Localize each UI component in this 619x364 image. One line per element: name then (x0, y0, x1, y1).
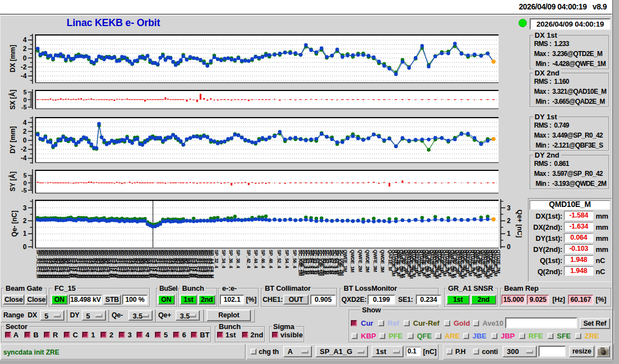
svg-text:-5: -5 (21, 187, 27, 194)
svg-text:0: 0 (507, 243, 511, 251)
svg-text:-4: -4 (21, 154, 27, 162)
svg-text:SP_52_4: SP_52_4 (276, 250, 282, 268)
svg-text:SP_34_4: SP_34_4 (221, 250, 227, 268)
svg-text:5: 5 (23, 172, 27, 179)
svg-text:QWFE_2M: QWFE_2M (358, 250, 363, 272)
svg-text:4: 4 (23, 119, 27, 127)
svg-text:2: 2 (507, 217, 511, 225)
svg-text:QWDE_1M: QWDE_1M (350, 250, 355, 272)
svg-text:SP_56_4: SP_56_4 (292, 250, 298, 268)
svg-text:DX [mm]: DX [mm] (9, 45, 17, 72)
svg-text:Qe+ [nC]: Qe+ [nC] (516, 210, 522, 237)
svg-text:3: 3 (23, 204, 27, 212)
svg-text:-2: -2 (21, 63, 27, 71)
svg-text:0: 0 (23, 54, 27, 62)
svg-text:QWDE_3M: QWDE_3M (380, 250, 385, 272)
svg-text:SX [Å]: SX [Å] (8, 89, 17, 109)
svg-text:2: 2 (23, 45, 27, 53)
svg-text:SP_46_4: SP_46_4 (260, 250, 266, 268)
svg-text:SP_54_4: SP_54_4 (284, 250, 290, 268)
svg-text:4: 4 (23, 36, 27, 44)
svg-text:SY [Å]: SY [Å] (8, 171, 17, 191)
svg-text:QTD2E_2M: QTD2E_2M (496, 250, 501, 274)
svg-text:SP_42_4: SP_42_4 (246, 250, 251, 268)
svg-text:2: 2 (23, 128, 27, 135)
svg-text:QWFE_1M: QWFE_1M (343, 250, 348, 272)
svg-text:SP_36_4: SP_36_4 (228, 250, 234, 268)
svg-text:3: 3 (507, 204, 511, 212)
svg-text:SP_44_4: SP_44_4 (253, 250, 259, 268)
svg-text:2: 2 (23, 217, 27, 225)
svg-text:1: 1 (23, 230, 27, 237)
svg-text:SP_32_4: SP_32_4 (214, 250, 219, 268)
svg-text:Qe- [nC]: Qe- [nC] (11, 210, 18, 236)
svg-text:-5: -5 (21, 104, 27, 110)
svg-text:0: 0 (23, 97, 27, 103)
svg-text:1: 1 (507, 230, 511, 237)
svg-text:QWFE_3M: QWFE_3M (373, 250, 378, 272)
svg-text:0: 0 (23, 136, 27, 144)
svg-text:0: 0 (23, 243, 27, 251)
svg-text:QWDE_2M: QWDE_2M (365, 250, 370, 272)
svg-text:5: 5 (23, 89, 27, 95)
svg-text:SP_48_4: SP_48_4 (268, 250, 274, 268)
svg-text:-4: -4 (21, 72, 27, 80)
svg-text:0: 0 (23, 180, 27, 186)
svg-text:DY [mm]: DY [mm] (9, 126, 17, 153)
svg-text:-2: -2 (21, 145, 27, 153)
svg-text:SP_38_4: SP_38_4 (235, 250, 241, 268)
